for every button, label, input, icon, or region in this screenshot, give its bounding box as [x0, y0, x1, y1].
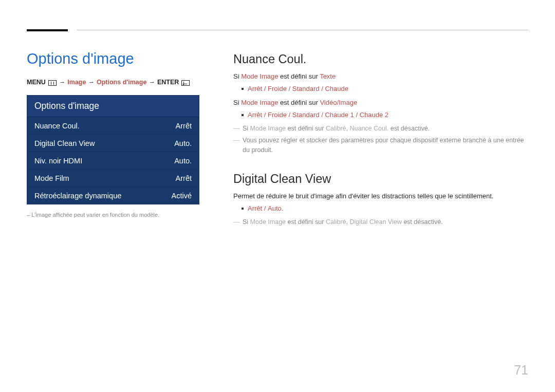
page-number: 71 [514, 363, 528, 378]
nuance-line-2: Si Mode Image est défini sur Vidéo/Image [233, 98, 528, 108]
manual-page: Options d'image MENU → Image → Options d… [0, 0, 555, 392]
dcv-desc: Permet de réduire le bruit d'image afin … [233, 191, 528, 201]
osd-row: Mode Film Arrêt [27, 170, 199, 187]
enter-icon [181, 80, 190, 86]
osd-row: Niv. noir HDMI Auto. [27, 152, 199, 170]
option-item: Arrêt / Froide / Standard / Chaude 1 / C… [242, 109, 528, 121]
osd-row-value: Arrêt [176, 122, 192, 130]
osd-row: Rétroéclairage dynamique Activé [27, 187, 199, 204]
osd-row-value: Activé [172, 192, 192, 200]
dcv-note: Si Mode Image est défini sur Calibré, Di… [233, 217, 528, 227]
option-item: Arrêt / Froide / Standard / Chaude [242, 83, 528, 95]
osd-row-value: Auto. [174, 139, 192, 147]
osd-row-label: Digital Clean View [34, 139, 95, 147]
osd-row-label: Nuance Coul. [34, 122, 80, 130]
osd-row-value: Arrêt [176, 174, 192, 182]
path-image: Image [67, 79, 86, 86]
path-options: Options d'image [97, 79, 146, 86]
osd-row-label: Rétroéclairage dynamique [34, 192, 121, 200]
option-item: Arrêt / Auto. [242, 203, 528, 214]
nav-path: MENU → Image → Options d'image → ENTER [27, 79, 199, 86]
path-enter: ENTER [157, 79, 179, 86]
header-divider [77, 30, 528, 30]
page-title: Options d'image [27, 50, 199, 67]
arrow-icon: → [88, 79, 95, 86]
osd-panel: Options d'image Nuance Coul. Arrêt Digit… [27, 95, 199, 204]
nuance-options-1: Arrêt / Froide / Standard / Chaude [233, 83, 528, 95]
osd-row-value: Auto. [174, 157, 192, 165]
arrow-icon: → [59, 79, 66, 86]
osd-row-label: Niv. noir HDMI [34, 157, 82, 165]
right-column: Nuance Coul. Si Mode Image est défini su… [233, 50, 528, 227]
left-column: Options d'image MENU → Image → Options d… [27, 50, 199, 227]
dcv-options: Arrêt / Auto. [233, 203, 528, 214]
osd-header: Options d'image [27, 96, 199, 117]
osd-row: Nuance Coul. Arrêt [27, 117, 199, 135]
nuance-note-1: Si Mode Image est défini sur Calibré, Nu… [233, 124, 528, 134]
arrow-icon: → [149, 79, 155, 86]
path-menu: MENU [27, 79, 46, 86]
nuance-options-2: Arrêt / Froide / Standard / Chaude 1 / C… [233, 109, 528, 121]
header-bar [27, 29, 68, 31]
section-title-dcv: Digital Clean View [233, 172, 528, 186]
nuance-line-1: Si Mode Image est défini sur Texte [233, 71, 528, 82]
osd-row-label: Mode Film [34, 174, 69, 182]
nuance-note-2: Vous pouvez régler et stocker des paramè… [233, 136, 528, 156]
panel-footnote: – L'image affichée peut varier en foncti… [27, 212, 199, 218]
menu-icon [48, 80, 57, 86]
osd-row: Digital Clean View Auto. [27, 135, 199, 152]
section-title-nuance: Nuance Coul. [233, 52, 528, 66]
